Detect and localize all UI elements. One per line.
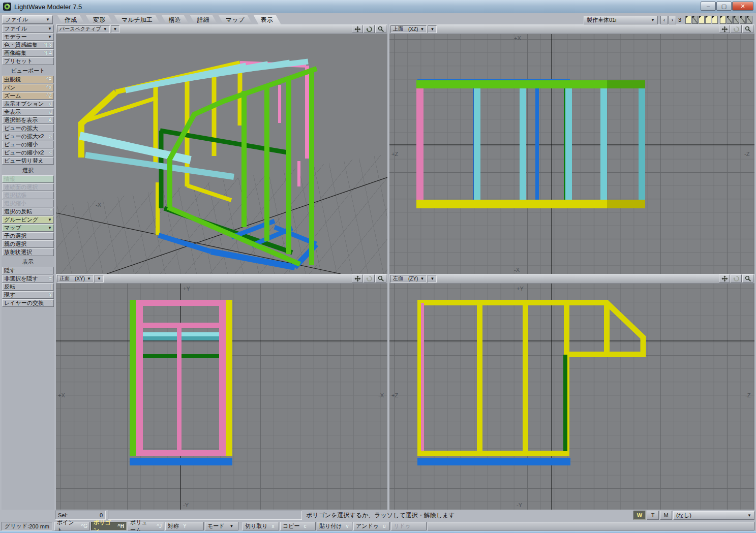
front-viewport-header: 正面(XY)▼ ▼ bbox=[56, 274, 387, 284]
sidebar-item-zoom-out[interactable]: ビューの縮小. bbox=[2, 141, 54, 148]
grid-size-value: 200 mm bbox=[29, 523, 49, 529]
title-bar[interactable]: LightWave Modeler 7.5 – ▢ ✕ bbox=[0, 0, 756, 13]
layer-button-8[interactable] bbox=[733, 16, 739, 24]
sidebar-item-swap-layers[interactable]: レイヤーの交換' bbox=[2, 299, 54, 307]
pan-icon[interactable] bbox=[719, 274, 730, 283]
sidebar-item-image-editor[interactable]: 画像編集^F4 bbox=[2, 49, 54, 57]
tab-modify[interactable]: 変形 bbox=[86, 15, 113, 24]
sidebar-item-select-child[interactable]: 子の選択 bbox=[2, 232, 54, 240]
sidebar-item-select-parent[interactable]: 親の選択 bbox=[2, 240, 54, 248]
pan-icon[interactable] bbox=[352, 274, 363, 283]
morph-map-button[interactable]: M bbox=[660, 511, 672, 520]
cut-button[interactable]: 切り取りx bbox=[243, 522, 279, 530]
tab-map[interactable]: マップ bbox=[219, 15, 253, 24]
sidebar-item-display-options[interactable]: 表示オプションd bbox=[2, 100, 54, 108]
left-view-type-dropdown[interactable]: 左面(ZY)▼ bbox=[390, 275, 427, 283]
sidebar-item-invert-selection[interactable]: 選択の反転″ bbox=[2, 208, 54, 215]
sidebar-item-fit-all[interactable]: 全表示a bbox=[2, 108, 54, 116]
volume-mode-button[interactable]: ボリューム^J bbox=[128, 522, 164, 530]
mode-dropdown[interactable]: モード▼ bbox=[205, 522, 238, 530]
layer-button-2[interactable] bbox=[692, 16, 698, 24]
tab-construct[interactable]: 構造 bbox=[162, 15, 189, 24]
perspective-view-type-dropdown[interactable]: パースペクティブ▼ bbox=[57, 25, 110, 33]
layer-button-6[interactable] bbox=[720, 16, 726, 24]
magnifier-icon[interactable] bbox=[742, 25, 753, 33]
front-view-type-dropdown[interactable]: 正面(XY)▼ bbox=[57, 275, 94, 283]
layer-button-9[interactable] bbox=[740, 16, 746, 24]
sidebar-item-radial-select[interactable]: 放射状選択 bbox=[2, 248, 54, 256]
magnifier-icon[interactable] bbox=[375, 274, 386, 283]
rotate-icon[interactable] bbox=[364, 25, 375, 33]
points-mode-button[interactable]: ポイント^G bbox=[54, 522, 90, 530]
tab-multiply[interactable]: マルチ加工 bbox=[114, 15, 161, 24]
file-menu-dropdown[interactable]: ファイル ▼ bbox=[2, 15, 53, 24]
layer-button-3[interactable] bbox=[699, 16, 705, 24]
chevron-down-icon: ▼ bbox=[230, 524, 234, 528]
top-viewport[interactable]: +X -X +Z -Z bbox=[389, 34, 754, 274]
chevron-down-icon: ▼ bbox=[48, 35, 52, 39]
layer-button-5[interactable] bbox=[712, 16, 718, 24]
app-window: LightWave Modeler 7.5 – ▢ ✕ ファイル ▼ 作成 変形… bbox=[0, 0, 756, 533]
front-viewport[interactable]: +Y -Y +X -X bbox=[56, 284, 387, 510]
sidebar-item-zoom[interactable]: ズーム^Z bbox=[2, 92, 54, 100]
top-render-style-dropdown[interactable]: ▼ bbox=[428, 25, 437, 33]
maximize-button[interactable]: ▢ bbox=[716, 2, 732, 11]
top-view-type-dropdown[interactable]: 上面(XZ)▼ bbox=[390, 25, 427, 33]
minimize-button[interactable]: – bbox=[701, 2, 716, 11]
prev-layer-bank-button[interactable]: ‹ bbox=[660, 16, 668, 24]
rotate-icon bbox=[731, 274, 742, 283]
next-layer-bank-button[interactable]: › bbox=[669, 16, 676, 24]
sidebar-header-display: 表示 bbox=[2, 258, 54, 266]
sidebar-item-hide[interactable]: 隠す- bbox=[2, 267, 54, 274]
tab-detail[interactable]: 詳細 bbox=[190, 15, 218, 24]
left-render-style-dropdown[interactable]: ▼ bbox=[428, 275, 437, 283]
sidebar-item-unhide[interactable]: 現す¥ bbox=[2, 291, 54, 299]
layer-button-4[interactable] bbox=[705, 16, 711, 24]
sidebar-item-toggle-view[interactable]: ビュー切り替え bbox=[2, 157, 54, 165]
texture-map-button[interactable]: T bbox=[647, 511, 659, 520]
close-button[interactable]: ✕ bbox=[732, 2, 753, 11]
perspective-model: -X bbox=[56, 34, 387, 274]
left-viewport[interactable]: +Y -Y +Z -Z bbox=[389, 284, 754, 510]
sidebar-item-zoom-in[interactable]: ビューの拡大. bbox=[2, 124, 54, 132]
sidebar-item-hide-unselected[interactable]: 非選択を隠す= bbox=[2, 275, 54, 283]
sidebar-item-invert-hide[interactable]: 反転| bbox=[2, 283, 54, 291]
magnifier-icon[interactable] bbox=[375, 25, 386, 33]
chevron-down-icon: ▼ bbox=[430, 27, 434, 32]
perspective-viewport[interactable]: -X bbox=[56, 34, 387, 274]
weight-map-button[interactable]: W bbox=[633, 511, 646, 520]
paste-button[interactable]: 貼り付けv bbox=[317, 522, 352, 530]
sidebar-item-map[interactable]: マップ▼ bbox=[2, 224, 54, 232]
perspective-render-style-dropdown[interactable]: ▼ bbox=[111, 25, 120, 33]
polygons-mode-button[interactable]: ポリゴン^H bbox=[91, 522, 127, 530]
tab-display[interactable]: 表示 bbox=[254, 15, 281, 24]
sidebar-item-surface-editor[interactable]: 色・質感編集^F3 bbox=[2, 41, 54, 49]
perspective-viewport-header: パースペクティブ▼ ▼ bbox=[56, 24, 387, 34]
sidebar-item-preset[interactable]: プリセット bbox=[2, 57, 54, 65]
object-dropdown[interactable]: 製作車体01i ▼ bbox=[584, 16, 658, 24]
redo-button: リドゥ bbox=[391, 522, 427, 530]
sidebar-item-pan[interactable]: パン^X bbox=[2, 84, 54, 91]
sidebar-item-grouping[interactable]: グルーピング▼ bbox=[2, 216, 54, 224]
bottom-toolbar: グリッド: 200 mm ポイント^G ポリゴン^H ボリューム^J 対称Y モ… bbox=[2, 521, 754, 531]
symmetry-button[interactable]: 対称Y bbox=[165, 522, 204, 530]
layer-button-10[interactable] bbox=[746, 16, 752, 24]
magnifier-icon[interactable] bbox=[742, 274, 753, 283]
sidebar-item-modeler[interactable]: モデラー▼ bbox=[2, 33, 54, 41]
front-render-style-dropdown[interactable]: ▼ bbox=[95, 275, 104, 283]
copy-button[interactable]: コピーc bbox=[280, 522, 316, 530]
chevron-down-icon: ▼ bbox=[87, 276, 91, 281]
sidebar-item-zoom-in-x2[interactable]: ビューの拡大x2> bbox=[2, 133, 54, 140]
sidebar-item-file[interactable]: ファイル▼ bbox=[2, 25, 54, 33]
pan-icon[interactable] bbox=[352, 25, 363, 33]
undo-button[interactable]: アンドゥu bbox=[353, 522, 390, 530]
pan-icon[interactable] bbox=[719, 25, 730, 33]
chevron-down-icon: ▼ bbox=[48, 218, 52, 222]
sidebar-item-fit-selected[interactable]: 選択部を表示A bbox=[2, 116, 54, 124]
vertex-map-dropdown[interactable]: (なし) ▼ bbox=[673, 511, 754, 520]
sidebar-item-zoom-out-x2[interactable]: ビューの縮小x2< bbox=[2, 149, 54, 156]
layer-button-7[interactable] bbox=[727, 16, 733, 24]
sidebar-item-magnify[interactable]: 虫眼鏡^E bbox=[2, 76, 54, 83]
layer-button-1[interactable] bbox=[685, 16, 691, 24]
tab-create[interactable]: 作成 bbox=[57, 15, 85, 24]
